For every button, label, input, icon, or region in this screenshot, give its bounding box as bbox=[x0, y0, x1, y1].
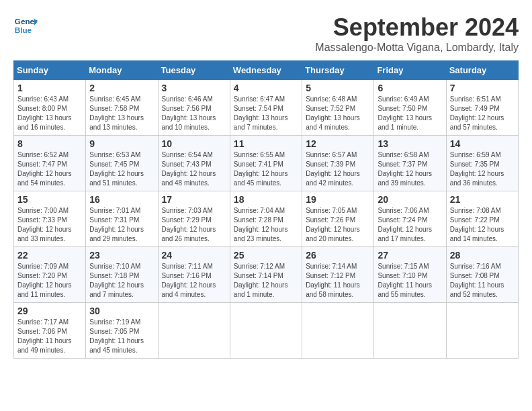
calendar-header: SundayMondayTuesdayWednesdayThursdayFrid… bbox=[14, 61, 519, 80]
calendar-cell: 4Sunrise: 6:47 AM Sunset: 7:54 PM Daylig… bbox=[230, 80, 302, 136]
calendar-cell: 25Sunrise: 7:12 AM Sunset: 7:14 PM Dayli… bbox=[230, 247, 302, 303]
calendar-cell: 16Sunrise: 7:01 AM Sunset: 7:31 PM Dayli… bbox=[86, 191, 158, 247]
day-info: Sunrise: 6:51 AM Sunset: 7:49 PM Dayligh… bbox=[450, 95, 515, 132]
day-number: 30 bbox=[89, 306, 154, 316]
calendar-cell: 11Sunrise: 6:55 AM Sunset: 7:41 PM Dayli… bbox=[230, 136, 302, 191]
day-info: Sunrise: 7:11 AM Sunset: 7:16 PM Dayligh… bbox=[162, 262, 226, 300]
day-info: Sunrise: 6:54 AM Sunset: 7:43 PM Dayligh… bbox=[162, 150, 226, 188]
day-info: Sunrise: 7:06 AM Sunset: 7:24 PM Dayligh… bbox=[378, 206, 442, 244]
day-info: Sunrise: 6:57 AM Sunset: 7:39 PM Dayligh… bbox=[306, 150, 370, 188]
location: Massalengo-Motta Vigana, Lombardy, Italy bbox=[315, 42, 519, 54]
day-number: 2 bbox=[89, 83, 154, 93]
day-number: 15 bbox=[17, 194, 82, 205]
logo-icon: General Blue bbox=[13, 13, 38, 38]
day-number: 12 bbox=[306, 138, 370, 149]
calendar-table: SundayMondayTuesdayWednesdayThursdayFrid… bbox=[13, 60, 519, 359]
calendar-cell: 6Sunrise: 6:49 AM Sunset: 7:50 PM Daylig… bbox=[374, 80, 446, 136]
column-header-friday: Friday bbox=[374, 61, 446, 80]
month-title: September 2024 bbox=[315, 13, 519, 42]
calendar-cell: 10Sunrise: 6:54 AM Sunset: 7:43 PM Dayli… bbox=[158, 136, 230, 191]
calendar-cell: 28Sunrise: 7:16 AM Sunset: 7:08 PM Dayli… bbox=[446, 247, 518, 303]
day-number: 21 bbox=[450, 194, 515, 205]
calendar-cell: 2Sunrise: 6:45 AM Sunset: 7:58 PM Daylig… bbox=[86, 80, 158, 136]
week-row-5: 29Sunrise: 7:17 AM Sunset: 7:06 PM Dayli… bbox=[14, 303, 519, 359]
calendar-cell: 8Sunrise: 6:52 AM Sunset: 7:47 PM Daylig… bbox=[14, 136, 86, 191]
day-number: 5 bbox=[306, 83, 370, 93]
day-info: Sunrise: 6:55 AM Sunset: 7:41 PM Dayligh… bbox=[234, 150, 298, 188]
calendar-cell: 9Sunrise: 6:53 AM Sunset: 7:45 PM Daylig… bbox=[86, 136, 158, 191]
calendar-cell: 18Sunrise: 7:04 AM Sunset: 7:28 PM Dayli… bbox=[230, 191, 302, 247]
calendar-cell: 20Sunrise: 7:06 AM Sunset: 7:24 PM Dayli… bbox=[374, 191, 446, 247]
title-area: September 2024 Massalengo-Motta Vigana, … bbox=[315, 13, 519, 54]
week-row-2: 8Sunrise: 6:52 AM Sunset: 7:47 PM Daylig… bbox=[14, 136, 519, 191]
week-row-4: 22Sunrise: 7:09 AM Sunset: 7:20 PM Dayli… bbox=[14, 247, 519, 303]
calendar-cell: 29Sunrise: 7:17 AM Sunset: 7:06 PM Dayli… bbox=[14, 303, 86, 359]
day-info: Sunrise: 6:49 AM Sunset: 7:50 PM Dayligh… bbox=[378, 95, 442, 132]
calendar-cell: 14Sunrise: 6:59 AM Sunset: 7:35 PM Dayli… bbox=[446, 136, 518, 191]
day-number: 16 bbox=[89, 194, 154, 205]
day-number: 27 bbox=[378, 250, 442, 261]
column-header-monday: Monday bbox=[86, 61, 158, 80]
column-header-saturday: Saturday bbox=[446, 61, 518, 80]
week-row-3: 15Sunrise: 7:00 AM Sunset: 7:33 PM Dayli… bbox=[14, 191, 519, 247]
day-info: Sunrise: 7:01 AM Sunset: 7:31 PM Dayligh… bbox=[89, 206, 154, 244]
day-number: 19 bbox=[306, 194, 370, 205]
day-number: 20 bbox=[378, 194, 442, 205]
column-header-tuesday: Tuesday bbox=[158, 61, 230, 80]
calendar-cell: 7Sunrise: 6:51 AM Sunset: 7:49 PM Daylig… bbox=[446, 80, 518, 136]
day-info: Sunrise: 7:15 AM Sunset: 7:10 PM Dayligh… bbox=[378, 262, 442, 300]
day-info: Sunrise: 7:03 AM Sunset: 7:29 PM Dayligh… bbox=[162, 206, 226, 244]
week-row-1: 1Sunrise: 6:43 AM Sunset: 8:00 PM Daylig… bbox=[14, 80, 519, 136]
day-info: Sunrise: 7:12 AM Sunset: 7:14 PM Dayligh… bbox=[234, 262, 298, 300]
column-header-thursday: Thursday bbox=[302, 61, 374, 80]
day-info: Sunrise: 7:00 AM Sunset: 7:33 PM Dayligh… bbox=[17, 206, 82, 244]
day-number: 10 bbox=[162, 138, 226, 149]
day-number: 24 bbox=[162, 250, 226, 261]
day-info: Sunrise: 7:16 AM Sunset: 7:08 PM Dayligh… bbox=[450, 262, 515, 300]
day-info: Sunrise: 6:45 AM Sunset: 7:58 PM Dayligh… bbox=[89, 95, 154, 132]
calendar-cell: 12Sunrise: 6:57 AM Sunset: 7:39 PM Dayli… bbox=[302, 136, 374, 191]
day-info: Sunrise: 6:58 AM Sunset: 7:37 PM Dayligh… bbox=[378, 150, 442, 188]
day-number: 28 bbox=[450, 250, 515, 261]
day-info: Sunrise: 7:10 AM Sunset: 7:18 PM Dayligh… bbox=[89, 262, 154, 300]
day-number: 29 bbox=[17, 306, 82, 316]
calendar-cell bbox=[230, 303, 302, 359]
calendar-cell bbox=[158, 303, 230, 359]
calendar-cell bbox=[374, 303, 446, 359]
day-info: Sunrise: 6:52 AM Sunset: 7:47 PM Dayligh… bbox=[17, 150, 82, 188]
day-info: Sunrise: 6:46 AM Sunset: 7:56 PM Dayligh… bbox=[162, 95, 226, 132]
day-number: 25 bbox=[234, 250, 298, 261]
day-number: 7 bbox=[450, 83, 515, 93]
day-number: 11 bbox=[234, 138, 298, 149]
calendar-cell: 30Sunrise: 7:19 AM Sunset: 7:05 PM Dayli… bbox=[86, 303, 158, 359]
day-number: 8 bbox=[17, 138, 82, 149]
day-info: Sunrise: 7:08 AM Sunset: 7:22 PM Dayligh… bbox=[450, 206, 515, 244]
day-number: 13 bbox=[378, 138, 442, 149]
day-info: Sunrise: 7:09 AM Sunset: 7:20 PM Dayligh… bbox=[17, 262, 82, 300]
day-info: Sunrise: 6:59 AM Sunset: 7:35 PM Dayligh… bbox=[450, 150, 515, 188]
calendar-cell: 19Sunrise: 7:05 AM Sunset: 7:26 PM Dayli… bbox=[302, 191, 374, 247]
calendar-cell: 15Sunrise: 7:00 AM Sunset: 7:33 PM Dayli… bbox=[14, 191, 86, 247]
header: General Blue September 2024 Massalengo-M… bbox=[13, 13, 519, 54]
calendar-cell bbox=[446, 303, 518, 359]
day-number: 23 bbox=[89, 250, 154, 261]
day-info: Sunrise: 7:05 AM Sunset: 7:26 PM Dayligh… bbox=[306, 206, 370, 244]
calendar-body: 1Sunrise: 6:43 AM Sunset: 8:00 PM Daylig… bbox=[14, 80, 519, 359]
calendar-cell: 26Sunrise: 7:14 AM Sunset: 7:12 PM Dayli… bbox=[302, 247, 374, 303]
svg-text:Blue: Blue bbox=[15, 26, 32, 34]
day-number: 9 bbox=[89, 138, 154, 149]
day-number: 1 bbox=[17, 83, 82, 93]
day-number: 18 bbox=[234, 194, 298, 205]
calendar-cell: 23Sunrise: 7:10 AM Sunset: 7:18 PM Dayli… bbox=[86, 247, 158, 303]
calendar-cell: 3Sunrise: 6:46 AM Sunset: 7:56 PM Daylig… bbox=[158, 80, 230, 136]
calendar-cell bbox=[302, 303, 374, 359]
header-row: SundayMondayTuesdayWednesdayThursdayFrid… bbox=[14, 61, 519, 80]
day-info: Sunrise: 7:17 AM Sunset: 7:06 PM Dayligh… bbox=[17, 318, 82, 355]
calendar-cell: 1Sunrise: 6:43 AM Sunset: 8:00 PM Daylig… bbox=[14, 80, 86, 136]
day-info: Sunrise: 7:04 AM Sunset: 7:28 PM Dayligh… bbox=[234, 206, 298, 244]
day-number: 4 bbox=[234, 83, 298, 93]
day-number: 17 bbox=[162, 194, 226, 205]
day-info: Sunrise: 6:43 AM Sunset: 8:00 PM Dayligh… bbox=[17, 95, 82, 132]
calendar-cell: 21Sunrise: 7:08 AM Sunset: 7:22 PM Dayli… bbox=[446, 191, 518, 247]
day-info: Sunrise: 6:48 AM Sunset: 7:52 PM Dayligh… bbox=[306, 95, 370, 132]
